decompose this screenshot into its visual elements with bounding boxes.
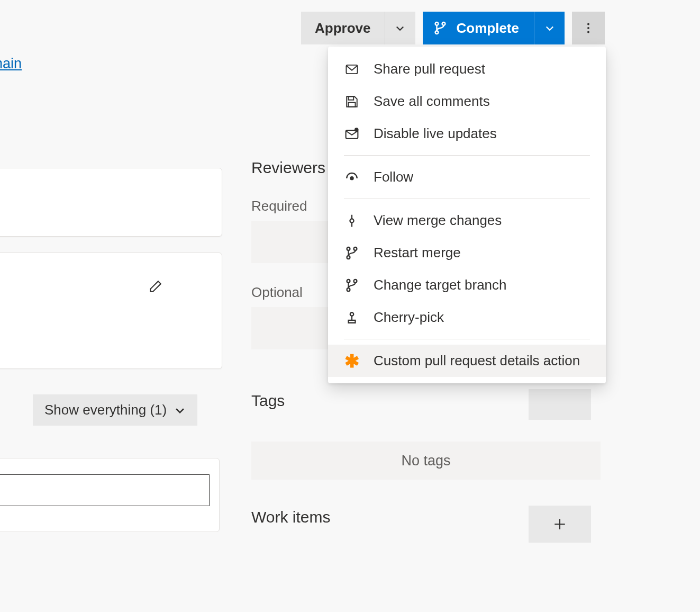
menu-view-merge[interactable]: View merge changes xyxy=(328,204,606,237)
approve-button-group: Approve xyxy=(301,12,415,44)
comment-card xyxy=(0,458,220,532)
svg-point-12 xyxy=(350,219,353,222)
menu-follow[interactable]: Follow xyxy=(328,161,606,193)
save-icon xyxy=(344,94,360,110)
menu-label: Save all comments xyxy=(374,93,490,110)
left-panel: o main ab xyxy=(0,56,222,390)
menu-cherry-pick[interactable]: Cherry-pick xyxy=(328,301,606,334)
no-tags-message: No tags xyxy=(251,442,601,480)
menu-divider xyxy=(344,199,590,199)
menu-restart-merge[interactable]: Restart merge xyxy=(328,237,606,269)
description-card xyxy=(0,168,222,237)
branch-icon xyxy=(433,21,447,35)
complete-label: Complete xyxy=(457,20,519,37)
show-everything-filter[interactable]: Show everything (1) xyxy=(33,394,197,426)
asterisk-icon: ✱ xyxy=(344,353,360,369)
svg-point-14 xyxy=(354,247,357,250)
commit-icon xyxy=(344,213,360,229)
svg-point-0 xyxy=(435,22,438,25)
menu-save-comments[interactable]: Save all comments xyxy=(328,85,606,118)
tag-add-placeholder[interactable] xyxy=(529,389,591,420)
svg-point-18 xyxy=(347,288,350,291)
add-work-item-button[interactable] xyxy=(529,506,591,543)
work-items-section: Work items xyxy=(251,508,601,547)
svg-point-5 xyxy=(587,31,589,33)
svg-point-16 xyxy=(347,279,350,282)
mail-icon xyxy=(344,61,360,77)
svg-point-19 xyxy=(350,312,354,316)
svg-point-15 xyxy=(347,256,350,259)
branch-link[interactable]: main xyxy=(0,56,22,71)
filter-label: Show everything (1) xyxy=(44,402,167,418)
follow-icon xyxy=(344,169,360,185)
complete-button[interactable]: Complete xyxy=(423,12,534,44)
approve-dropdown-button[interactable] xyxy=(385,12,415,44)
svg-point-3 xyxy=(587,23,589,25)
menu-label: Cherry-pick xyxy=(374,309,444,326)
svg-point-1 xyxy=(442,22,445,25)
live-off-icon xyxy=(344,126,360,142)
chevron-down-icon xyxy=(544,23,555,33)
plus-icon xyxy=(553,517,567,531)
svg-point-2 xyxy=(435,31,438,34)
svg-rect-7 xyxy=(349,96,354,100)
svg-point-17 xyxy=(354,279,357,282)
cherry-pick-icon xyxy=(344,310,360,326)
menu-label: View merge changes xyxy=(374,212,502,229)
svg-point-11 xyxy=(350,177,353,179)
menu-disable-live[interactable]: Disable live updates xyxy=(328,118,606,150)
menu-label: Follow xyxy=(374,169,413,185)
menu-label: Disable live updates xyxy=(374,125,497,142)
menu-label: Change target branch xyxy=(374,277,507,293)
menu-change-target[interactable]: Change target branch xyxy=(328,269,606,301)
chevron-down-icon xyxy=(174,404,186,416)
comment-input[interactable] xyxy=(0,474,210,506)
svg-rect-8 xyxy=(349,102,356,106)
branch-icon xyxy=(344,245,360,261)
complete-dropdown-button[interactable] xyxy=(534,12,565,44)
menu-label: Custom pull request details action xyxy=(374,353,580,369)
chevron-down-icon xyxy=(395,23,405,33)
tab-label-fragment: ab xyxy=(0,109,222,125)
menu-share-pr[interactable]: Share pull request xyxy=(328,53,606,85)
more-vertical-icon xyxy=(582,22,595,34)
tags-section: Tags No tags xyxy=(251,392,601,480)
menu-label: Restart merge xyxy=(374,245,461,261)
pr-action-bar: Approve Complete xyxy=(301,12,605,44)
approve-label: Approve xyxy=(315,20,370,37)
svg-point-10 xyxy=(354,128,359,132)
branch-icon xyxy=(344,277,360,293)
menu-label: Share pull request xyxy=(374,61,485,77)
complete-button-group: Complete xyxy=(423,12,565,44)
menu-divider xyxy=(344,155,590,156)
content-card xyxy=(0,253,222,369)
svg-point-4 xyxy=(587,27,589,29)
menu-divider xyxy=(344,339,590,339)
approve-button[interactable]: Approve xyxy=(301,12,384,44)
svg-point-13 xyxy=(347,247,350,250)
more-actions-menu: Share pull request Save all comments Dis… xyxy=(328,47,606,383)
edit-icon[interactable] xyxy=(149,280,162,295)
branch-target-line: o main xyxy=(0,56,222,72)
menu-custom-action[interactable]: ✱ Custom pull request details action xyxy=(328,345,606,377)
more-actions-button[interactable] xyxy=(572,12,605,44)
